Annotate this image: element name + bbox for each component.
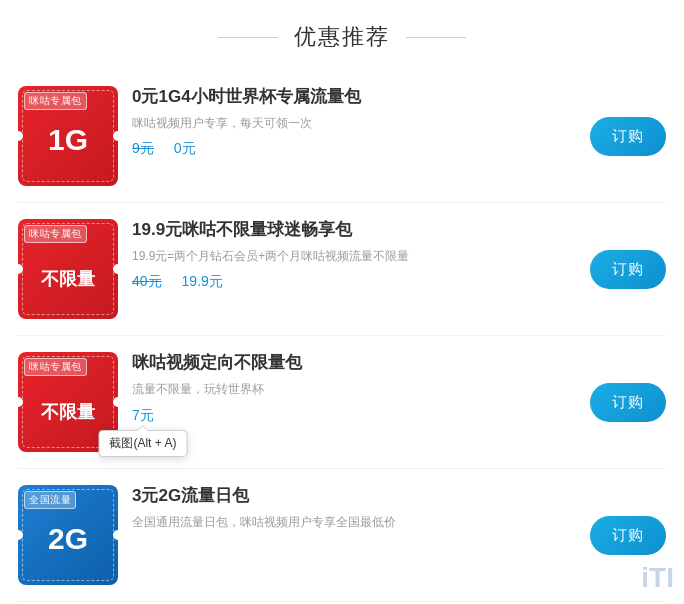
page-title: 优惠推荐 <box>294 22 390 52</box>
package-title-0: 0元1G4小时世界杯专属流量包 <box>132 86 580 108</box>
price-current-0: 0元 <box>174 140 196 158</box>
icon-main-0: 1G <box>48 125 88 155</box>
icon-tag-2: 咪咕专属包 <box>24 358 87 376</box>
page-header: 优惠推荐 <box>0 0 684 70</box>
buy-button-0[interactable]: 订购 <box>590 117 666 156</box>
tooltip-container-2: 7元截图(Alt + A) <box>132 406 154 425</box>
icon-main-1: 不限量 <box>41 270 95 288</box>
package-item: 全国流量2G3元2G流量日包全国通用流量日包，咪咕视频用户专享全国最低价订购 <box>18 469 666 602</box>
icon-tag-0: 咪咕专属包 <box>24 92 87 110</box>
package-item: 咪咕专属包不限量咪咕视频定向不限量包流量不限量，玩转世界杯7元截图(Alt + … <box>18 336 666 469</box>
package-desc-0: 咪咕视频用户专享，每天可领一次 <box>132 114 580 132</box>
page-container: 优惠推荐 咪咕专属包1G0元1G4小时世界杯专属流量包咪咕视频用户专享，每天可领… <box>0 0 684 602</box>
price-row-0: 9元0元 <box>132 140 580 158</box>
header-line-left <box>218 37 278 38</box>
package-desc-1: 19.9元=两个月钻石会员+两个月咪咕视频流量不限量 <box>132 247 580 265</box>
package-info-0: 0元1G4小时世界杯专属流量包咪咕视频用户专享，每天可领一次9元0元 <box>132 86 580 158</box>
buy-button-1[interactable]: 订购 <box>590 250 666 289</box>
package-desc-2: 流量不限量，玩转世界杯 <box>132 380 580 398</box>
header-line-right <box>406 37 466 38</box>
package-title-1: 19.9元咪咕不限量球迷畅享包 <box>132 219 580 241</box>
package-title-3: 3元2G流量日包 <box>132 485 580 507</box>
icon-main-3: 2G <box>48 524 88 554</box>
buy-button-3[interactable]: 订购 <box>590 516 666 555</box>
package-item: 咪咕专属包1G0元1G4小时世界杯专属流量包咪咕视频用户专享，每天可领一次9元0… <box>18 70 666 203</box>
price-original-1: 40元 <box>132 273 162 291</box>
package-icon-0: 咪咕专属包1G <box>18 86 118 186</box>
price-row-2: 7元截图(Alt + A) <box>132 406 580 425</box>
price-original-0: 9元 <box>132 140 154 158</box>
package-item: 咪咕专属包不限量19.9元咪咕不限量球迷畅享包19.9元=两个月钻石会员+两个月… <box>18 203 666 336</box>
tooltip-2: 截图(Alt + A) <box>98 430 187 457</box>
package-info-1: 19.9元咪咕不限量球迷畅享包19.9元=两个月钻石会员+两个月咪咕视频流量不限… <box>132 219 580 291</box>
package-title-2: 咪咕视频定向不限量包 <box>132 352 580 374</box>
package-info-3: 3元2G流量日包全国通用流量日包，咪咕视频用户专享全国最低价 <box>132 485 580 539</box>
icon-tag-1: 咪咕专属包 <box>24 225 87 243</box>
price-row-1: 40元19.9元 <box>132 273 580 291</box>
icon-tag-3: 全国流量 <box>24 491 76 509</box>
package-desc-3: 全国通用流量日包，咪咕视频用户专享全国最低价 <box>132 513 580 531</box>
package-list: 咪咕专属包1G0元1G4小时世界杯专属流量包咪咕视频用户专享，每天可领一次9元0… <box>0 70 684 602</box>
buy-button-2[interactable]: 订购 <box>590 383 666 422</box>
price-only-2: 7元 <box>132 407 154 423</box>
package-info-2: 咪咕视频定向不限量包流量不限量，玩转世界杯7元截图(Alt + A) <box>132 352 580 425</box>
price-current-1: 19.9元 <box>182 273 223 291</box>
icon-main-2: 不限量 <box>41 403 95 421</box>
package-icon-3: 全国流量2G <box>18 485 118 585</box>
package-icon-1: 咪咕专属包不限量 <box>18 219 118 319</box>
